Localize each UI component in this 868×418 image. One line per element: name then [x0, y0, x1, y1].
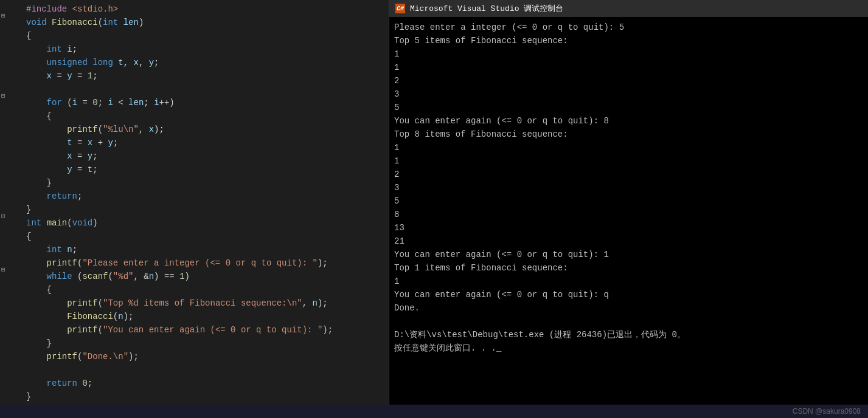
bottom-bar: CSDN @sakura0908: [0, 405, 868, 418]
console-line: 5: [394, 101, 863, 114]
console-line: Top 5 items of Fibonacci sequence:: [394, 34, 863, 47]
code-line: ⊟ while (scanf("%d", &n) == 1): [0, 270, 389, 283]
code-line: int i;: [0, 43, 389, 56]
code-line: ⊟ void Fibonacci(int len): [0, 16, 389, 29]
code-line: }: [0, 203, 389, 216]
code-content: {: [21, 283, 389, 296]
console-panel: C# Microsoft Visual Studio 调试控制台 Please …: [389, 0, 868, 405]
code-line: t = x + y;: [0, 136, 389, 149]
code-content: Fibonacci(n);: [21, 310, 389, 323]
console-line: 2: [394, 168, 863, 181]
code-line: {: [0, 109, 389, 123]
console-line: 3: [394, 87, 863, 101]
code-content: printf("Please enter a integer (<= 0 or …: [21, 256, 389, 270]
code-content: {: [21, 230, 389, 243]
code-line: }: [0, 176, 389, 190]
code-line: [0, 83, 389, 96]
code-content: #include <stdio.h>: [21, 2, 389, 16]
fold-icon[interactable]: ⊟: [1, 210, 5, 223]
console-close-line: 按任意键关闭此窗口. . ._: [394, 341, 863, 355]
code-content: x = y;: [21, 149, 389, 163]
console-line: Done.: [394, 301, 863, 315]
console-exit-line: D:\资料\vs\test\Debug\test.exe (进程 26436)已…: [394, 328, 863, 341]
code-line: Fibonacci(n);: [0, 310, 389, 323]
code-content: {: [21, 29, 389, 43]
console-app-icon: C#: [395, 4, 405, 13]
code-content: [21, 363, 389, 377]
code-line: printf("Done.\n");: [0, 350, 389, 363]
fold-icon[interactable]: ⊟: [1, 9, 5, 22]
code-content: while (scanf("%d", &n) == 1): [21, 270, 389, 283]
code-content: y = t;: [21, 163, 389, 176]
code-content: int main(void): [21, 216, 389, 230]
watermark: CSDN @sakura0908: [793, 407, 861, 416]
main-container: #include <stdio.h> ⊟ void Fibonacci(int …: [0, 0, 868, 405]
code-line: return;: [0, 190, 389, 203]
console-line: You can enter again (<= 0 or q to quit):…: [394, 248, 863, 261]
code-content: int n;: [21, 243, 389, 256]
code-line: unsigned long t, x, y;: [0, 56, 389, 69]
code-content: printf("You can enter again (<= 0 or q t…: [21, 323, 389, 337]
console-line: 21: [394, 235, 863, 248]
fold-icon[interactable]: ⊟: [1, 263, 5, 276]
code-content: printf("Top %d items of Fibonacci sequen…: [21, 296, 389, 310]
code-panel: #include <stdio.h> ⊟ void Fibonacci(int …: [0, 0, 389, 405]
code-content: x = y = 1;: [21, 69, 389, 83]
code-line: ⊟ int main(void): [0, 216, 389, 230]
code-content: }: [21, 203, 389, 216]
console-line: Top 1 items of Fibonacci sequence:: [394, 261, 863, 275]
console-titlebar: C# Microsoft Visual Studio 调试控制台: [389, 0, 868, 17]
code-content: for (i = 0; i < len; i++): [21, 96, 389, 109]
console-line: 13: [394, 221, 863, 235]
console-line: 1: [394, 275, 863, 288]
code-line: return 0;: [0, 377, 389, 390]
code-content: int i;: [21, 43, 389, 56]
code-line: x = y = 1;: [0, 69, 389, 83]
code-line: }: [0, 390, 389, 403]
code-content: printf("%lu\n", x);: [21, 123, 389, 136]
code-line: printf("You can enter again (<= 0 or q t…: [0, 323, 389, 337]
console-line: 2: [394, 74, 863, 87]
code-content: t = x + y;: [21, 136, 389, 149]
code-content: unsigned long t, x, y;: [21, 56, 389, 69]
code-line: printf("%lu\n", x);: [0, 123, 389, 136]
code-line: }: [0, 337, 389, 350]
code-line: #include <stdio.h>: [0, 2, 389, 16]
console-line: 1: [394, 154, 863, 168]
code-line: int n;: [0, 243, 389, 256]
console-line: 5: [394, 194, 863, 208]
code-line: printf("Please enter a integer (<= 0 or …: [0, 256, 389, 270]
code-content: return 0;: [21, 377, 389, 390]
code-content: }: [21, 390, 389, 403]
code-area: #include <stdio.h> ⊟ void Fibonacci(int …: [0, 0, 389, 405]
console-line: 1: [394, 47, 863, 61]
code-content: {: [21, 109, 389, 123]
console-content[interactable]: Please enter a integer (<= 0 or q to qui…: [389, 17, 868, 405]
console-line: 1: [394, 61, 863, 74]
console-line: You can enter again (<= 0 or q to quit):…: [394, 288, 863, 301]
console-line: Please enter a integer (<= 0 or q to qui…: [394, 21, 863, 34]
fold-icon[interactable]: ⊟: [1, 89, 5, 103]
console-line: [394, 315, 863, 328]
code-content: printf("Done.\n");: [21, 350, 389, 363]
console-line: 1: [394, 141, 863, 154]
code-line: ⊟ for (i = 0; i < len; i++): [0, 96, 389, 109]
console-line: 3: [394, 181, 863, 194]
code-content: }: [21, 176, 389, 190]
console-line: 8: [394, 208, 863, 221]
code-content: return;: [21, 190, 389, 203]
code-content: [21, 83, 389, 96]
code-content: void Fibonacci(int len): [21, 16, 389, 29]
code-content: }: [21, 337, 389, 350]
code-line: {: [0, 283, 389, 296]
code-line: y = t;: [0, 163, 389, 176]
code-line: [0, 363, 389, 377]
code-line: printf("Top %d items of Fibonacci sequen…: [0, 296, 389, 310]
code-line: {: [0, 29, 389, 43]
console-title: Microsoft Visual Studio 调试控制台: [410, 3, 563, 14]
code-line: x = y;: [0, 149, 389, 163]
console-line: Top 8 items of Fibonacci sequence:: [394, 128, 863, 141]
console-line: You can enter again (<= 0 or q to quit):…: [394, 114, 863, 128]
code-line: {: [0, 230, 389, 243]
